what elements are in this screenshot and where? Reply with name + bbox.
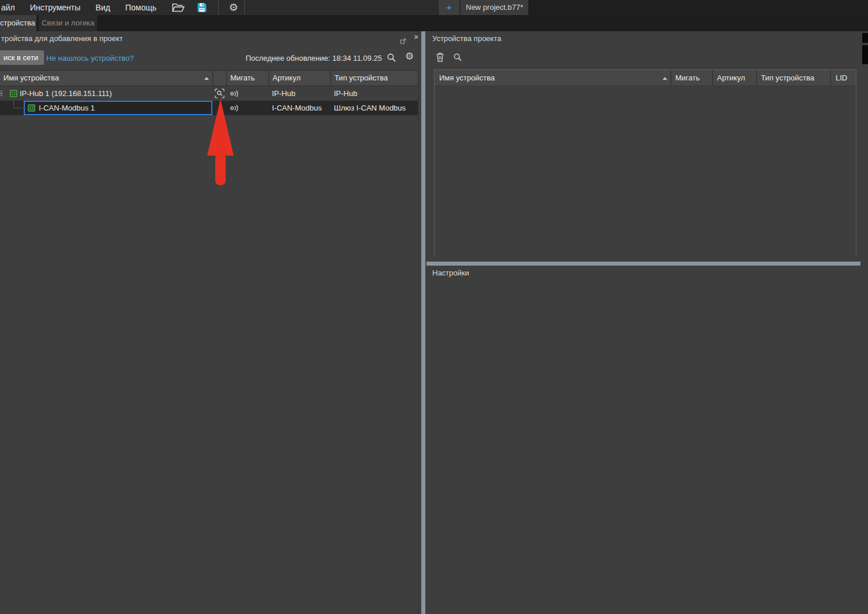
toolbar-separator [218,1,219,14]
column-header-article[interactable]: Артикул [712,70,756,86]
title-bar: айл Инструменты Вид Помощь ⚙ + New proje… [0,0,868,15]
device-module-icon [28,104,35,113]
device-type: IP-Hub [334,89,357,98]
settings-gear-icon[interactable]: ⚙ [226,0,241,15]
horizontal-splitter[interactable] [426,262,860,266]
project-devices-table-body [435,86,856,257]
close-panel-icon[interactable]: × [414,32,418,42]
project-tab[interactable]: New project.b77* [461,0,528,15]
sort-ascending-icon [663,77,667,80]
main-area: тройства для добавления в проект × иск в… [0,31,868,614]
column-header-lid[interactable]: LID [830,70,856,86]
found-devices-table-header: Имя устройства Мигать Артикул Тип устрой… [0,70,418,86]
sort-ascending-icon [204,77,209,80]
tab-links-logic[interactable]: Связи и логика [39,15,97,31]
update-settings-gear-icon[interactable]: ⚙ [405,50,414,62]
selected-device-cell[interactable]: I-CAN-Modbus 1 [24,101,212,115]
tab-devices[interactable]: стройства [0,15,36,31]
search-project-devices-icon[interactable] [453,53,462,64]
undock-panel-icon[interactable] [400,36,406,46]
left-panel-title: тройства для добавления в проект [1,34,123,43]
device-not-found-link[interactable]: Не нашлось устройство? [46,54,134,62]
window-edge-strip [862,45,868,64]
tree-connector-line [13,101,23,108]
window-edge-strip [862,33,868,43]
menu-help[interactable]: Помощь [117,0,164,15]
menu-tools[interactable]: Инструменты [23,0,88,15]
vertical-splitter[interactable] [421,31,425,614]
search-in-network-button[interactable]: иск в сети [0,50,44,65]
open-folder-icon[interactable] [170,0,187,15]
column-header-device-type[interactable]: Тип устройства [330,71,418,86]
toolbar-separator [244,1,245,14]
column-header-scan[interactable] [212,71,226,86]
device-type: Шлюз I-CAN Modbus [334,104,406,112]
menu-file[interactable]: айл [0,0,23,15]
device-name: IP-Hub 1 (192.168.151.111) [20,86,112,101]
column-header-blink[interactable]: Мигать [226,71,269,86]
project-devices-table-header: Имя устройства Мигать Артикул Тип устрой… [435,70,856,86]
new-project-tab-button[interactable]: + [438,0,460,15]
titlebar-empty-area [528,0,868,15]
device-article: IP-Hub [272,89,295,98]
delete-device-icon[interactable] [436,52,444,64]
device-module-icon [10,90,17,99]
search-icon[interactable] [387,53,396,65]
column-header-device-name[interactable]: Имя устройства [0,71,212,86]
device-article: I-CAN-Modbus [272,104,322,112]
menu-view[interactable]: Вид [88,0,117,15]
column-header-article[interactable]: Артикул [269,71,330,86]
annotation-arrow [206,97,235,187]
tree-collapse-toggle[interactable] [0,91,2,96]
save-icon[interactable] [194,0,210,15]
column-header-device-name[interactable]: Имя устройства [435,70,671,86]
project-devices-panel: Устройства проекта Имя устройства Миг [426,31,868,614]
devices-to-add-panel: тройства для добавления в проект × иск в… [0,31,418,614]
view-tab-strip: стройства Связи и логика [0,15,868,31]
project-devices-table: Имя устройства Мигать Артикул Тип устрой… [434,69,856,257]
device-name: I-CAN-Modbus 1 [39,102,95,114]
last-update-label: Последнее обновление: 18:34 11.09.25 [245,54,382,62]
column-header-device-type[interactable]: Тип устройства [756,70,830,86]
column-header-blink[interactable]: Мигать [671,70,712,86]
settings-section-title: Настройки [432,269,469,277]
right-panel-title: Устройства проекта [432,34,501,43]
